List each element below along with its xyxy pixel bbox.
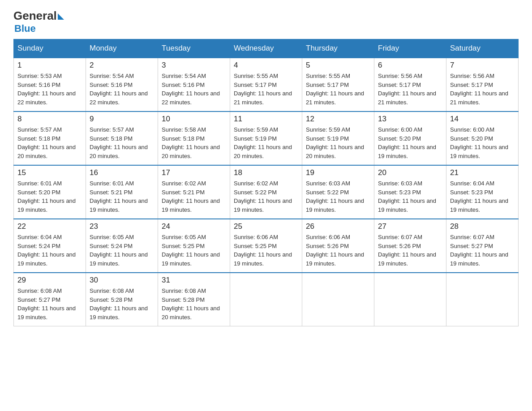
day-number: 23 xyxy=(90,222,154,231)
day-info: Sunrise: 6:04 AM Sunset: 5:23 PM Dayligh… xyxy=(450,179,515,214)
day-number: 12 xyxy=(306,115,370,124)
day-number: 15 xyxy=(17,168,82,177)
weekday-header-monday: Monday xyxy=(86,39,158,58)
day-number: 13 xyxy=(378,115,442,124)
calendar-cell: 8 Sunrise: 5:57 AM Sunset: 5:18 PM Dayli… xyxy=(14,111,86,165)
day-info: Sunrise: 5:54 AM Sunset: 5:16 PM Dayligh… xyxy=(162,72,226,107)
day-number: 19 xyxy=(306,168,370,177)
calendar-cell: 28 Sunrise: 6:07 AM Sunset: 5:27 PM Dayl… xyxy=(446,219,519,273)
calendar-cell: 10 Sunrise: 5:58 AM Sunset: 5:18 PM Dayl… xyxy=(158,111,230,165)
weekday-header-saturday: Saturday xyxy=(446,39,519,58)
calendar-cell: 2 Sunrise: 5:54 AM Sunset: 5:16 PM Dayli… xyxy=(86,58,158,111)
calendar-cell: 26 Sunrise: 6:06 AM Sunset: 5:26 PM Dayl… xyxy=(302,219,374,273)
page-header: General Blue xyxy=(13,9,519,34)
day-info: Sunrise: 6:06 AM Sunset: 5:26 PM Dayligh… xyxy=(306,233,370,268)
weekday-header-sunday: Sunday xyxy=(14,39,86,58)
day-info: Sunrise: 5:54 AM Sunset: 5:16 PM Dayligh… xyxy=(90,72,154,107)
day-info: Sunrise: 6:02 AM Sunset: 5:22 PM Dayligh… xyxy=(234,179,298,214)
calendar-cell: 25 Sunrise: 6:06 AM Sunset: 5:25 PM Dayl… xyxy=(230,219,302,273)
calendar-cell: 17 Sunrise: 6:02 AM Sunset: 5:21 PM Dayl… xyxy=(158,165,230,219)
day-info: Sunrise: 5:55 AM Sunset: 5:17 PM Dayligh… xyxy=(306,72,370,107)
day-info: Sunrise: 5:58 AM Sunset: 5:18 PM Dayligh… xyxy=(162,125,226,160)
day-number: 27 xyxy=(378,222,442,231)
calendar-cell: 23 Sunrise: 6:05 AM Sunset: 5:24 PM Dayl… xyxy=(86,219,158,273)
weekday-header-tuesday: Tuesday xyxy=(158,39,230,58)
day-number: 9 xyxy=(90,115,154,124)
day-number: 31 xyxy=(162,276,226,285)
day-number: 22 xyxy=(17,222,82,231)
day-number: 3 xyxy=(162,61,226,70)
calendar-cell: 31 Sunrise: 6:08 AM Sunset: 5:28 PM Dayl… xyxy=(158,273,230,326)
day-number: 1 xyxy=(17,61,82,70)
day-info: Sunrise: 6:08 AM Sunset: 5:28 PM Dayligh… xyxy=(162,287,226,321)
calendar-week-row: 1 Sunrise: 5:53 AM Sunset: 5:16 PM Dayli… xyxy=(14,58,519,111)
day-number: 6 xyxy=(378,61,442,70)
day-number: 2 xyxy=(90,61,154,70)
day-number: 17 xyxy=(162,168,226,177)
calendar-cell: 4 Sunrise: 5:55 AM Sunset: 5:17 PM Dayli… xyxy=(230,58,302,111)
calendar-cell: 18 Sunrise: 6:02 AM Sunset: 5:22 PM Dayl… xyxy=(230,165,302,219)
calendar-cell: 7 Sunrise: 5:56 AM Sunset: 5:17 PM Dayli… xyxy=(446,58,519,111)
day-info: Sunrise: 5:59 AM Sunset: 5:19 PM Dayligh… xyxy=(234,125,298,160)
calendar-cell: 6 Sunrise: 5:56 AM Sunset: 5:17 PM Dayli… xyxy=(374,58,446,111)
calendar-cell: 19 Sunrise: 6:03 AM Sunset: 5:22 PM Dayl… xyxy=(302,165,374,219)
day-number: 30 xyxy=(90,276,154,285)
calendar-week-row: 22 Sunrise: 6:04 AM Sunset: 5:24 PM Dayl… xyxy=(14,219,519,273)
day-number: 24 xyxy=(162,222,226,231)
day-info: Sunrise: 6:01 AM Sunset: 5:20 PM Dayligh… xyxy=(17,179,82,214)
day-info: Sunrise: 5:59 AM Sunset: 5:19 PM Dayligh… xyxy=(306,125,370,160)
calendar-cell: 1 Sunrise: 5:53 AM Sunset: 5:16 PM Dayli… xyxy=(14,58,86,111)
day-info: Sunrise: 5:56 AM Sunset: 5:17 PM Dayligh… xyxy=(378,72,442,107)
day-info: Sunrise: 6:00 AM Sunset: 5:20 PM Dayligh… xyxy=(450,125,515,160)
calendar-table: SundayMondayTuesdayWednesdayThursdayFrid… xyxy=(13,39,519,326)
day-number: 29 xyxy=(17,276,82,285)
day-info: Sunrise: 6:08 AM Sunset: 5:28 PM Dayligh… xyxy=(90,287,154,321)
calendar-cell: 12 Sunrise: 5:59 AM Sunset: 5:19 PM Dayl… xyxy=(302,111,374,165)
calendar-cell: 30 Sunrise: 6:08 AM Sunset: 5:28 PM Dayl… xyxy=(86,273,158,326)
day-info: Sunrise: 6:02 AM Sunset: 5:21 PM Dayligh… xyxy=(162,179,226,214)
day-info: Sunrise: 6:08 AM Sunset: 5:27 PM Dayligh… xyxy=(17,287,82,321)
calendar-cell: 14 Sunrise: 6:00 AM Sunset: 5:20 PM Dayl… xyxy=(446,111,519,165)
day-number: 18 xyxy=(234,168,298,177)
calendar-cell xyxy=(374,273,446,326)
weekday-header-wednesday: Wednesday xyxy=(230,39,302,58)
calendar-cell: 3 Sunrise: 5:54 AM Sunset: 5:16 PM Dayli… xyxy=(158,58,230,111)
day-number: 4 xyxy=(234,61,298,70)
day-number: 5 xyxy=(306,61,370,70)
day-number: 14 xyxy=(450,115,515,124)
calendar-cell xyxy=(302,273,374,326)
logo-blue-text: Blue xyxy=(14,23,36,34)
calendar-week-row: 15 Sunrise: 6:01 AM Sunset: 5:20 PM Dayl… xyxy=(14,165,519,219)
day-number: 28 xyxy=(450,222,515,231)
calendar-cell: 5 Sunrise: 5:55 AM Sunset: 5:17 PM Dayli… xyxy=(302,58,374,111)
day-info: Sunrise: 5:57 AM Sunset: 5:18 PM Dayligh… xyxy=(17,125,82,160)
weekday-header-row: SundayMondayTuesdayWednesdayThursdayFrid… xyxy=(14,39,519,58)
day-info: Sunrise: 6:03 AM Sunset: 5:22 PM Dayligh… xyxy=(306,179,370,214)
logo: General Blue xyxy=(13,9,64,34)
day-number: 20 xyxy=(378,168,442,177)
day-info: Sunrise: 5:55 AM Sunset: 5:17 PM Dayligh… xyxy=(234,72,298,107)
day-info: Sunrise: 6:00 AM Sunset: 5:20 PM Dayligh… xyxy=(378,125,442,160)
day-info: Sunrise: 6:01 AM Sunset: 5:21 PM Dayligh… xyxy=(90,179,154,214)
calendar-cell: 9 Sunrise: 5:57 AM Sunset: 5:18 PM Dayli… xyxy=(86,111,158,165)
day-number: 10 xyxy=(162,115,226,124)
calendar-cell: 16 Sunrise: 6:01 AM Sunset: 5:21 PM Dayl… xyxy=(86,165,158,219)
calendar-cell: 27 Sunrise: 6:07 AM Sunset: 5:26 PM Dayl… xyxy=(374,219,446,273)
calendar-cell: 13 Sunrise: 6:00 AM Sunset: 5:20 PM Dayl… xyxy=(374,111,446,165)
day-number: 21 xyxy=(450,168,515,177)
day-info: Sunrise: 6:03 AM Sunset: 5:23 PM Dayligh… xyxy=(378,179,442,214)
logo-triangle-icon xyxy=(58,13,64,20)
day-info: Sunrise: 6:07 AM Sunset: 5:26 PM Dayligh… xyxy=(378,233,442,268)
calendar-cell: 24 Sunrise: 6:05 AM Sunset: 5:25 PM Dayl… xyxy=(158,219,230,273)
day-info: Sunrise: 6:07 AM Sunset: 5:27 PM Dayligh… xyxy=(450,233,515,268)
day-number: 16 xyxy=(90,168,154,177)
day-info: Sunrise: 5:53 AM Sunset: 5:16 PM Dayligh… xyxy=(17,72,82,107)
day-info: Sunrise: 6:06 AM Sunset: 5:25 PM Dayligh… xyxy=(234,233,298,268)
calendar-cell xyxy=(230,273,302,326)
day-info: Sunrise: 6:05 AM Sunset: 5:24 PM Dayligh… xyxy=(90,233,154,268)
calendar-cell: 29 Sunrise: 6:08 AM Sunset: 5:27 PM Dayl… xyxy=(14,273,86,326)
day-number: 26 xyxy=(306,222,370,231)
day-number: 25 xyxy=(234,222,298,231)
weekday-header-thursday: Thursday xyxy=(302,39,374,58)
weekday-header-friday: Friday xyxy=(374,39,446,58)
